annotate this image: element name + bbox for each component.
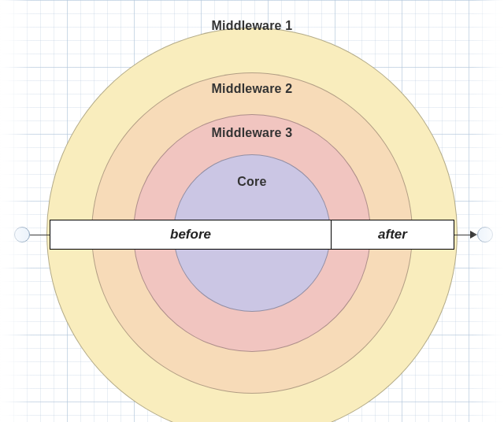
end-connector: [454, 235, 470, 235]
start-connector: [30, 235, 50, 235]
after-label: after: [378, 227, 407, 242]
end-node: [477, 227, 493, 242]
start-node: [14, 227, 30, 242]
diagram-canvas: Middleware 1Middleware 2Middleware 3Core…: [0, 0, 504, 422]
before-label: before: [170, 227, 211, 242]
before-cell: before: [50, 220, 332, 250]
after-cell: after: [331, 220, 454, 250]
ring-label-3: Core: [165, 175, 339, 189]
ring-label-2: Middleware 3: [165, 126, 339, 140]
arrow-head-icon: [470, 231, 477, 239]
ring-label-1: Middleware 2: [165, 82, 339, 96]
ring-label-0: Middleware 1: [165, 19, 339, 33]
